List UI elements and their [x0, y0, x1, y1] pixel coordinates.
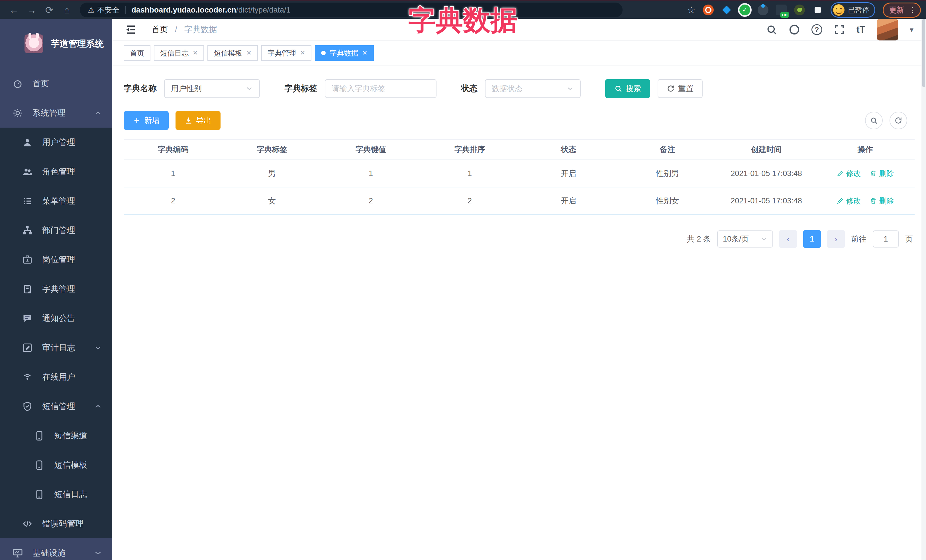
extension-green-check-icon[interactable]: [739, 5, 750, 15]
sidebar-collapse-icon[interactable]: [125, 24, 137, 36]
col-code: 字典编码: [124, 145, 222, 155]
goto-label: 前往: [851, 234, 867, 244]
org-tree-icon: [22, 225, 32, 235]
scrollbar-thumb[interactable]: [922, 19, 925, 87]
browser-reload-icon[interactable]: ⟳: [41, 4, 58, 16]
sidebar: 芋道管理系统 首页 系统管理 用户管理 角色管理 菜单管理: [0, 19, 112, 560]
profile-paused-pill[interactable]: 已暂停: [831, 2, 875, 18]
browser-update-button[interactable]: 更新 ⋮: [883, 3, 921, 18]
status-text: 开启: [519, 196, 618, 206]
sidebar-item-error-codes[interactable]: 错误码管理: [0, 509, 112, 538]
browser-forward-icon[interactable]: →: [23, 5, 41, 16]
tab-dict-data[interactable]: 字典数据 ✕: [315, 45, 374, 61]
edit-link[interactable]: 修改: [837, 196, 861, 206]
close-icon[interactable]: ✕: [193, 49, 198, 57]
chevron-down-icon: [94, 344, 102, 352]
avatar[interactable]: [877, 19, 898, 41]
main-area: 首页 / 字典数据 ? tT ▾ 首页 短信日志 ✕: [112, 19, 926, 560]
avatar-caret-icon[interactable]: ▾: [910, 25, 914, 34]
status-label: 状态: [461, 83, 478, 94]
export-button[interactable]: 导出: [176, 111, 221, 130]
screen: ← → ⟳ ⌂ ⚠ 不安全 dashboard.yudao.iocoder.cn…: [0, 0, 926, 560]
gear-icon: [12, 108, 23, 118]
security-label[interactable]: 不安全: [97, 5, 120, 15]
close-icon[interactable]: ✕: [246, 49, 251, 57]
scrollbar[interactable]: [921, 19, 926, 560]
bookmark-star-icon[interactable]: ☆: [687, 5, 696, 15]
sidebar-item-home[interactable]: 首页: [0, 69, 112, 98]
add-button[interactable]: 新增: [124, 111, 169, 130]
sidebar-item-posts[interactable]: 岗位管理: [0, 245, 112, 274]
sidebar-item-system[interactable]: 系统管理: [0, 98, 112, 128]
logo-image: [24, 35, 43, 53]
extension-blue-icon[interactable]: [721, 5, 732, 15]
tab-home[interactable]: 首页: [124, 45, 150, 61]
breadcrumb-home[interactable]: 首页: [151, 25, 168, 34]
dict-data-table: 字典编码 字典标签 字典键值 字典排序 状态 备注 创建时间 操作 1 男 1 …: [124, 139, 915, 215]
col-actions: 操作: [816, 145, 915, 155]
table-header-row: 字典编码 字典标签 字典键值 字典排序 状态 备注 创建时间 操作: [124, 140, 915, 160]
extensions-puzzle-icon[interactable]: [812, 5, 823, 15]
sidebar-item-online-users[interactable]: 在线用户: [0, 362, 112, 392]
fullscreen-icon[interactable]: [834, 24, 845, 35]
filter-form: 字典名称 用户性别 字典标签 请输入字典标签 状态 数据状态 搜索 重置: [112, 65, 926, 101]
dict-label-input[interactable]: 请输入字典标签: [325, 79, 436, 98]
address-bar[interactable]: ⚠ 不安全 dashboard.yudao.iocoder.cn /dict/t…: [80, 3, 623, 17]
browser-menu-icon[interactable]: ⋮: [909, 6, 916, 15]
page-size-select[interactable]: 10条/页: [717, 231, 773, 248]
sidebar-item-notice[interactable]: 通知公告: [0, 303, 112, 333]
edit-link[interactable]: 修改: [837, 169, 861, 179]
sidebar-item-sms[interactable]: 短信管理: [0, 392, 112, 421]
extension-on-icon[interactable]: on: [776, 5, 787, 15]
pen-icon: [837, 197, 844, 205]
delete-link[interactable]: 删除: [870, 196, 894, 206]
total-count: 共 2 条: [687, 234, 711, 244]
profile-avatar: [833, 4, 844, 16]
search-icon[interactable]: [766, 24, 777, 35]
delete-link[interactable]: 删除: [870, 169, 894, 179]
dict-name-select[interactable]: 用户性别: [164, 79, 260, 98]
tab-sms-log[interactable]: 短信日志 ✕: [154, 45, 204, 61]
extension-leaf-icon[interactable]: [794, 5, 805, 15]
next-page-button[interactable]: ›: [827, 230, 845, 248]
sidebar-item-users[interactable]: 用户管理: [0, 128, 112, 157]
close-icon[interactable]: ✕: [300, 49, 305, 57]
browser-home-icon[interactable]: ⌂: [58, 5, 76, 16]
toggle-search-button[interactable]: [865, 112, 883, 129]
sidebar-item-sms-channel[interactable]: 短信渠道: [0, 421, 112, 450]
book-icon: [22, 284, 32, 294]
goto-page-input[interactable]: 1: [873, 231, 899, 248]
online-signal-icon: [22, 372, 32, 382]
breadcrumb: 首页 / 字典数据: [151, 24, 217, 35]
sidebar-item-dict[interactable]: 字典管理: [0, 274, 112, 303]
list-icon: [22, 196, 32, 206]
reset-button[interactable]: 重置: [658, 79, 703, 98]
sidebar-item-roles[interactable]: 角色管理: [0, 157, 112, 186]
app-logo[interactable]: 芋道管理系统: [0, 19, 112, 69]
page-unit-label: 页: [905, 234, 913, 244]
status-select[interactable]: 数据状态: [485, 79, 581, 98]
sidebar-item-infrastructure[interactable]: 基础设施: [0, 538, 112, 560]
help-icon[interactable]: ?: [811, 24, 822, 35]
prev-page-button[interactable]: ‹: [779, 230, 797, 248]
search-button[interactable]: 搜索: [605, 79, 650, 98]
extension-sliders-icon[interactable]: [758, 5, 769, 15]
font-size-icon[interactable]: tT: [856, 24, 865, 35]
sidebar-item-menus[interactable]: 菜单管理: [0, 186, 112, 216]
refresh-table-button[interactable]: [890, 112, 907, 129]
tab-sms-template[interactable]: 短信模板 ✕: [207, 45, 257, 61]
extension-orange-icon[interactable]: [703, 5, 714, 15]
current-page[interactable]: 1: [803, 230, 821, 248]
browser-back-icon[interactable]: ←: [5, 5, 23, 16]
github-icon[interactable]: [789, 24, 800, 35]
sidebar-item-audit-log[interactable]: 审计日志: [0, 333, 112, 362]
sidebar-item-sms-template[interactable]: 短信模板: [0, 450, 112, 480]
pagination: 共 2 条 10条/页 ‹ 1 › 前往 1 页: [112, 215, 926, 248]
trash-icon: [870, 197, 877, 205]
sidebar-item-sms-log[interactable]: 短信日志: [0, 480, 112, 509]
table-row: 2 女 2 2 开启 性别女 2021-01-05 17:03:48 修改 删除: [124, 187, 915, 215]
tab-dict-manage[interactable]: 字典管理 ✕: [261, 45, 312, 61]
code-icon: [22, 519, 32, 529]
sidebar-item-departments[interactable]: 部门管理: [0, 216, 112, 245]
close-icon[interactable]: ✕: [362, 49, 367, 57]
